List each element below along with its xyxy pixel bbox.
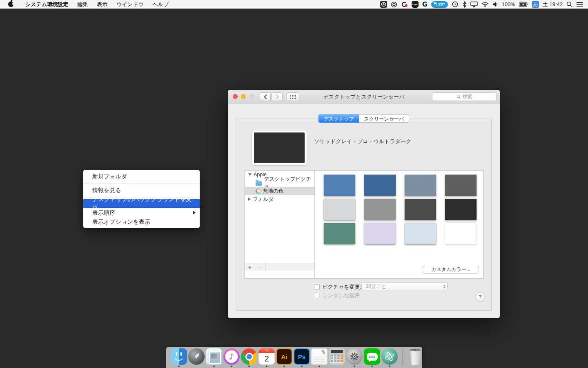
color-swatch[interactable] [445, 175, 477, 196]
launchpad-icon [188, 348, 205, 365]
running-indicator [389, 366, 390, 367]
window-titlebar[interactable]: デスクトップとスクリーンセーバ 検索 [228, 90, 500, 103]
color-swatch[interactable] [445, 223, 477, 244]
calendar-month: 2月 [258, 348, 275, 353]
random-order-label: ランダムな順序 [322, 292, 360, 299]
logicool-g-icon[interactable]: G [422, 0, 428, 9]
color-swatch[interactable] [405, 199, 436, 220]
dropdown-stepper-icon [443, 285, 445, 288]
running-indicator [213, 366, 215, 367]
dock-item-system-preferences[interactable] [346, 348, 363, 367]
menu-view[interactable]: 表示 [92, 0, 112, 9]
sidebar-group-folders[interactable]: フォルダ [245, 195, 314, 203]
running-indicator [354, 366, 355, 367]
dock-item-illustrator[interactable]: Ai [276, 348, 292, 367]
context-item-new-folder[interactable]: 新規フォルダ [83, 171, 200, 181]
running-indicator [248, 366, 250, 367]
menu-clock[interactable]: 土 19:42 [543, 0, 563, 9]
notification-center-icon[interactable] [576, 0, 583, 9]
color-swatch[interactable] [405, 175, 436, 196]
running-indicator [231, 366, 232, 367]
chrome-icon [241, 348, 257, 365]
color-swatch[interactable] [405, 223, 436, 244]
color-swatch[interactable] [324, 223, 355, 244]
menu-window[interactable]: ウインドウ [112, 0, 148, 9]
help-button[interactable]: ? [476, 292, 485, 301]
color-swatch[interactable] [364, 199, 396, 220]
sidebar-item-desktop-pictures[interactable]: デスクトップピクチャ [245, 179, 314, 187]
line-status-icon[interactable]: LINE [412, 1, 419, 8]
notes-icon: ✎ [311, 348, 327, 365]
dock-item-trash[interactable] [407, 348, 423, 367]
dock-item-itunes[interactable]: ♪ [223, 348, 240, 367]
wallpaper-name-label: ソリッドグレイ・プロ・ウルトラダーク [314, 138, 412, 145]
apple-menu-icon[interactable] [8, 2, 13, 7]
add-folder-button[interactable]: + [245, 263, 255, 271]
source-and-swatch-box: Apple デスクトップピクチャ 無地の色 フォルダ [245, 170, 483, 279]
dock-item-line[interactable]: LINE [364, 348, 380, 367]
bluetooth-icon[interactable] [462, 0, 467, 9]
dock-item-notes[interactable]: ✎ [311, 348, 327, 367]
dock-item-photoshop[interactable]: Ps [294, 348, 310, 367]
menu-edit[interactable]: 編集 [73, 0, 92, 9]
disclosure-open-icon[interactable] [248, 173, 252, 176]
menu-separator [83, 183, 200, 184]
dock-item-finder[interactable] [171, 348, 187, 367]
dock-item-atom[interactable] [381, 348, 398, 367]
remove-folder-button: − [255, 263, 265, 271]
submenu-arrow-icon [193, 211, 196, 215]
running-indicator [371, 366, 373, 367]
color-sphere-icon [256, 188, 261, 194]
search-input[interactable]: 検索 [432, 92, 497, 101]
dock-item-chrome[interactable] [241, 348, 257, 367]
battery-percent: 100% [502, 0, 515, 9]
running-indicator [301, 366, 303, 367]
color-swatch[interactable] [324, 199, 355, 220]
disclosure-closed-icon[interactable] [248, 197, 251, 201]
volume-icon[interactable] [492, 0, 498, 9]
airplay-display-icon[interactable] [470, 0, 478, 9]
menu-app-name[interactable]: システム環境設定 [21, 0, 73, 9]
tab-screensaver[interactable]: スクリーンセーバ [359, 114, 410, 123]
context-item-show-view-options[interactable]: 表示オプションを表示 [83, 217, 200, 226]
time-machine-icon[interactable] [452, 0, 459, 9]
tab-desktop[interactable]: デスクトップ [318, 114, 359, 123]
context-item-get-info[interactable]: 情報を見る [83, 185, 200, 195]
running-indicator [318, 366, 320, 367]
sidebar-item-solid-colors[interactable]: 無地の色 [245, 187, 314, 195]
spotlight-icon[interactable] [566, 0, 572, 9]
random-order-row: ランダムな順序 [314, 292, 360, 299]
target-circle-icon[interactable] [391, 0, 397, 9]
g-tool-recording-icon[interactable] [401, 0, 408, 9]
color-swatch[interactable] [364, 223, 396, 244]
calendar-icon: 2月 2 [258, 348, 275, 365]
dock-item-launchpad[interactable] [188, 348, 205, 367]
system-preferences-gear-icon [346, 348, 363, 365]
photoshop-icon: Ps [294, 348, 310, 365]
dock-item-mail[interactable] [206, 348, 222, 367]
desktop-screensaver-window: デスクトップとスクリーンセーバ 検索 デスクトップ スクリーンセーバ ソリッドグ… [228, 90, 500, 318]
input-source-badge[interactable]: あ [532, 1, 539, 8]
folder-icon [256, 181, 262, 186]
color-swatch[interactable] [324, 175, 355, 196]
illustrator-icon: Ai [276, 348, 292, 365]
color-swatch[interactable] [364, 175, 396, 196]
line-app-icon: LINE [364, 348, 380, 365]
color-swatch[interactable] [445, 199, 477, 220]
interval-dropdown[interactable]: 30分ごと [361, 282, 448, 290]
dock-separator [402, 348, 403, 366]
context-item-change-desktop-background[interactable]: デスクトップのバックグラウンドを変更... [83, 199, 200, 208]
mail-icon [206, 348, 222, 365]
custom-color-button[interactable]: カスタムカラー... [423, 266, 479, 274]
change-picture-row: ピクチャを変更: [314, 283, 361, 291]
battery-charging-icon[interactable] [519, 0, 528, 9]
camera-shutter-icon[interactable] [380, 1, 387, 8]
dock-item-calendar[interactable]: 2月 2 [258, 348, 275, 367]
dock: ♪ 2月 2 Ai Ps ✎ LINE [166, 347, 422, 368]
interval-value: 30分ごと [365, 283, 387, 290]
wifi-icon[interactable] [481, 0, 489, 9]
change-picture-checkbox[interactable] [314, 284, 320, 290]
dock-item-calculator[interactable] [329, 348, 345, 367]
menu-help[interactable]: ヘルプ [148, 0, 174, 9]
weather-badge[interactable]: 22° [431, 1, 448, 8]
